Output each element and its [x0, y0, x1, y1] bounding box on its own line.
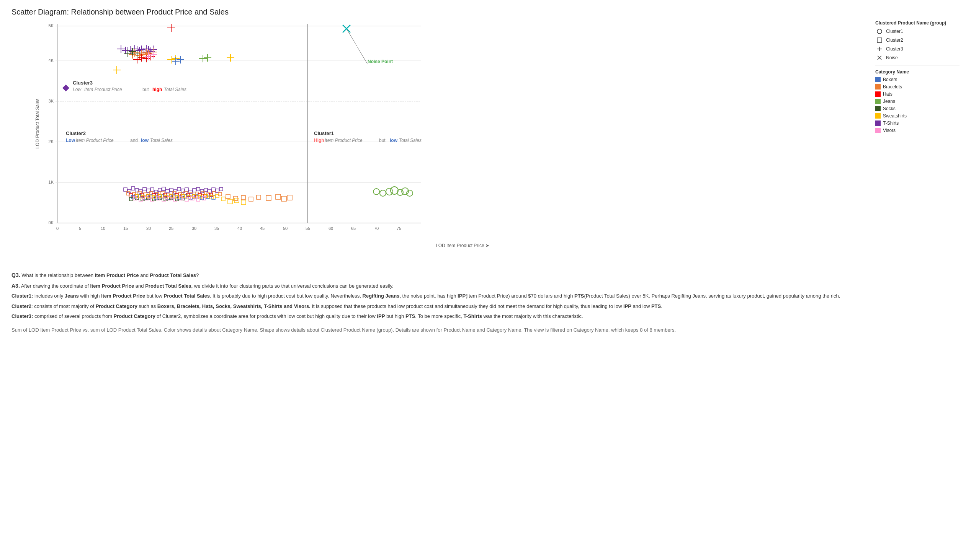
- svg-rect-159: [249, 197, 253, 201]
- svg-text:0: 0: [56, 226, 58, 231]
- cluster3-annotation: Cluster3 Low Item Product Price but high…: [62, 80, 187, 92]
- noise-legend-label: Noise: [886, 55, 898, 60]
- hats-color: [875, 92, 881, 97]
- svg-rect-132: [196, 187, 200, 191]
- q-label: Q3.: [12, 272, 20, 278]
- category-legend-title: Category Name: [875, 69, 959, 75]
- cluster3-legend-label: Cluster3: [886, 46, 903, 52]
- noise-point-actual: Noise Point: [343, 25, 393, 64]
- a-label: A3.: [12, 283, 20, 289]
- svg-rect-138: [219, 187, 223, 191]
- svg-rect-161: [266, 195, 271, 200]
- svg-rect-125: [170, 188, 173, 192]
- svg-point-237: [373, 188, 379, 195]
- svg-text:0K: 0K: [48, 220, 54, 225]
- svg-text:Noise Point: Noise Point: [368, 59, 393, 64]
- svg-text:but: but: [142, 87, 149, 92]
- svg-line-250: [346, 29, 368, 64]
- svg-text:30: 30: [192, 226, 196, 231]
- visors-color: [875, 128, 881, 133]
- svg-text:25: 25: [169, 226, 174, 231]
- legend-jeans: Jeans: [875, 99, 959, 104]
- cluster2-annotation: Cluster2 Low Item Product Price and low …: [66, 130, 173, 143]
- svg-text:2K: 2K: [48, 139, 54, 144]
- svg-text:15: 15: [123, 226, 128, 231]
- svg-rect-113: [124, 188, 127, 191]
- svg-text:Item Product Price: Item Product Price: [84, 87, 122, 92]
- x-axis-label-text: LOD Item Product Price ➤: [436, 243, 489, 248]
- boxers-label: Boxers: [883, 77, 897, 82]
- svg-text:but: but: [379, 138, 386, 143]
- cluster2-text: Cluster2: consists of most majority of P…: [12, 303, 959, 310]
- svg-text:Cluster2: Cluster2: [66, 130, 86, 136]
- legend-boxers: Boxers: [875, 77, 959, 82]
- svg-text:1K: 1K: [48, 180, 54, 184]
- legend-noise: Noise: [875, 54, 959, 61]
- cluster3-boxers: [172, 56, 184, 65]
- legend-bracelets: Bracelets: [875, 84, 959, 90]
- cluster2-legend-label: Cluster2: [886, 37, 903, 43]
- svg-text:75: 75: [397, 226, 401, 231]
- svg-marker-252: [62, 85, 69, 92]
- x-axis-label: LOD Item Product Price ➤: [57, 243, 867, 248]
- socks-label: Socks: [883, 106, 896, 111]
- svg-text:5: 5: [79, 226, 81, 231]
- chart-title: Scatter Diagram: Relationship between Pr…: [12, 8, 959, 17]
- square-symbol: [875, 37, 884, 43]
- legend-panel: Clustered Product Name (group) Cluster1 …: [875, 20, 959, 135]
- svg-text:3K: 3K: [48, 99, 54, 103]
- legend-socks: Socks: [875, 106, 959, 111]
- svg-text:20: 20: [146, 226, 151, 231]
- svg-text:45: 45: [260, 226, 264, 231]
- svg-text:35: 35: [214, 226, 219, 231]
- svg-rect-115: [131, 187, 135, 190]
- svg-text:4K: 4K: [48, 58, 54, 63]
- svg-text:Total Sales: Total Sales: [164, 87, 187, 92]
- x-axis: 0 5 10 15 20 25 30 35 40 45 50 55 60 65 …: [56, 226, 401, 231]
- legend-visors: Visors: [875, 128, 959, 133]
- svg-rect-127: [177, 187, 181, 191]
- a-text: After drawing the coordinate of Item Pro…: [21, 283, 394, 289]
- chart-inner: 0K 1K 2K 3K 4K 5K 0: [35, 20, 867, 248]
- plus-symbol: [875, 45, 884, 52]
- q-text: What is the relationship between Item Pr…: [22, 272, 199, 278]
- svg-text:70: 70: [374, 226, 379, 231]
- legend-sweatshirts: Sweatshirts: [875, 113, 959, 118]
- cluster3-sweatshirts: [113, 54, 234, 74]
- svg-rect-163: [281, 196, 286, 201]
- cluster3-hats: [133, 24, 175, 63]
- svg-text:10: 10: [101, 226, 105, 231]
- svg-rect-0: [57, 24, 421, 223]
- chart-container: 0K 1K 2K 3K 4K 5K 0: [12, 20, 867, 263]
- qa-section: Q3. What is the relationship between Ite…: [12, 271, 959, 333]
- scatter-chart: 0K 1K 2K 3K 4K 5K 0: [35, 20, 440, 242]
- answer: A3. After drawing the coordinate of Item…: [12, 282, 959, 290]
- svg-text:Low: Low: [66, 138, 75, 143]
- svg-text:40: 40: [237, 226, 242, 231]
- svg-text:low: low: [390, 138, 398, 143]
- circle-symbol: [875, 28, 884, 35]
- sweatshirts-color: [875, 113, 881, 118]
- cluster1-jeans: [373, 187, 413, 196]
- svg-text:Total Sales: Total Sales: [150, 138, 173, 143]
- svg-rect-160: [257, 195, 261, 199]
- svg-text:Cluster1: Cluster1: [314, 130, 334, 136]
- svg-rect-114: [127, 189, 131, 193]
- cluster3-jeans: [199, 54, 211, 62]
- socks-color: [875, 106, 881, 111]
- svg-text:low: low: [141, 138, 149, 143]
- svg-rect-129: [185, 188, 188, 191]
- svg-text:50: 50: [283, 226, 287, 231]
- svg-text:and: and: [130, 138, 138, 143]
- cluster1-annotation: Cluster1 High Item Product Price but low…: [314, 130, 421, 143]
- svg-rect-123: [162, 187, 165, 190]
- svg-rect-120: [150, 188, 154, 191]
- svg-text:65: 65: [351, 226, 356, 231]
- svg-text:High: High: [314, 138, 324, 143]
- svg-rect-158: [241, 195, 246, 200]
- svg-rect-136: [212, 188, 215, 191]
- footer-note: Sum of LOD Item Product Price vs. sum of…: [12, 326, 959, 334]
- svg-text:Item Product Price: Item Product Price: [325, 138, 363, 143]
- cluster3-text: Cluster3: comprised of several products …: [12, 313, 959, 320]
- svg-text:Total Sales: Total Sales: [399, 138, 421, 143]
